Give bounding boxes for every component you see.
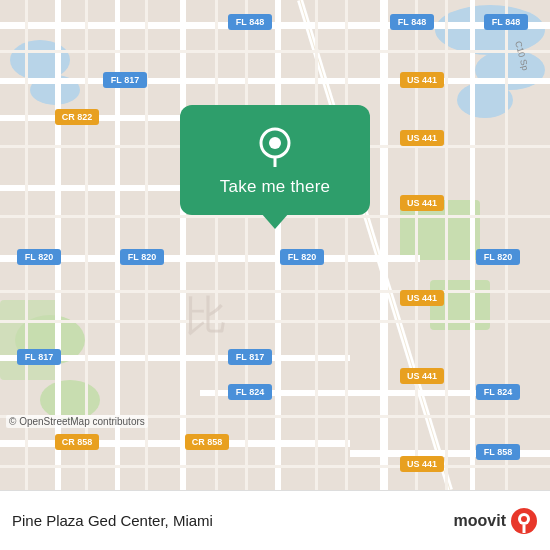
svg-rect-28 (0, 50, 550, 53)
svg-rect-17 (0, 255, 420, 262)
svg-text:FL 817: FL 817 (236, 352, 264, 362)
svg-text:CR 822: CR 822 (62, 112, 93, 122)
location-popup[interactable]: Take me there (180, 105, 370, 215)
svg-text:FL 820: FL 820 (128, 252, 156, 262)
svg-text:FL 848: FL 848 (236, 17, 264, 27)
moovit-logo: moovit (454, 507, 538, 535)
moovit-brand-icon (510, 507, 538, 535)
svg-rect-43 (445, 0, 448, 490)
svg-text:FL 817: FL 817 (25, 352, 53, 362)
svg-text:FL 820: FL 820 (288, 252, 316, 262)
svg-text:US 441: US 441 (407, 75, 437, 85)
location-label: Pine Plaza Ged Center, Miami (12, 512, 454, 529)
svg-rect-32 (0, 320, 550, 323)
svg-text:FL 824: FL 824 (484, 387, 512, 397)
svg-text:US 441: US 441 (407, 371, 437, 381)
svg-rect-41 (345, 0, 348, 490)
svg-rect-31 (0, 290, 550, 293)
svg-rect-44 (505, 0, 508, 490)
svg-point-94 (269, 137, 281, 149)
svg-text:CR 858: CR 858 (192, 437, 223, 447)
svg-rect-20 (0, 440, 350, 447)
svg-text:US 441: US 441 (407, 293, 437, 303)
location-pin-icon (255, 127, 295, 167)
svg-text:US 441: US 441 (407, 133, 437, 143)
svg-point-97 (521, 516, 527, 522)
svg-point-9 (40, 380, 100, 420)
svg-rect-38 (215, 0, 218, 490)
svg-point-3 (457, 82, 513, 118)
take-me-there-button[interactable]: Take me there (220, 177, 330, 197)
map-attribution: © OpenStreetMap contributors (6, 415, 148, 428)
moovit-brand-name: moovit (454, 512, 506, 530)
svg-text:比: 比 (185, 293, 227, 339)
svg-text:FL 824: FL 824 (236, 387, 264, 397)
svg-text:FL 820: FL 820 (484, 252, 512, 262)
svg-rect-10 (0, 300, 60, 380)
svg-rect-40 (315, 0, 318, 490)
svg-text:FL 848: FL 848 (492, 17, 520, 27)
svg-text:FL 820: FL 820 (25, 252, 53, 262)
map-view: FL 848 FL 848 FL 848 FL 817 CR 822 US 44… (0, 0, 550, 490)
svg-rect-34 (0, 465, 550, 468)
svg-rect-15 (0, 115, 200, 121)
bottom-info-bar: Pine Plaza Ged Center, Miami moovit (0, 490, 550, 550)
svg-rect-39 (245, 0, 248, 490)
svg-text:CR 858: CR 858 (62, 437, 93, 447)
svg-text:US 441: US 441 (407, 198, 437, 208)
svg-text:FL 848: FL 848 (398, 17, 426, 27)
svg-text:US 441: US 441 (407, 459, 437, 469)
svg-text:FL 858: FL 858 (484, 447, 512, 457)
svg-text:FL 817: FL 817 (111, 75, 139, 85)
